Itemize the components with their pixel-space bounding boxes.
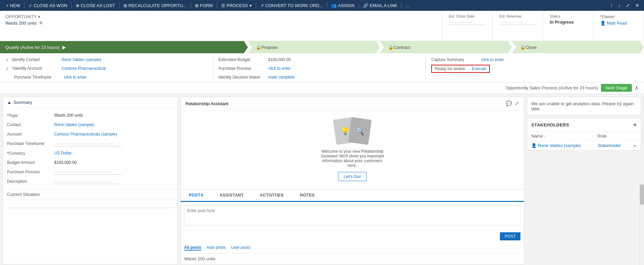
- summary-header: ▲ Summary: [3, 97, 177, 108]
- toolbar-separator-2: [71, 2, 72, 8]
- hamburger-icon[interactable]: ≡: [39, 20, 42, 26]
- topic-required: *: [7, 113, 9, 118]
- email-button[interactable]: 🔗 EMAIL A LINK: [360, 0, 401, 11]
- recalculate-button[interactable]: ⊞ RECALCULATE OPPORTU...: [120, 0, 190, 11]
- next-stage-button[interactable]: Next Stage: [601, 84, 632, 92]
- owner-value[interactable]: 👤 Matt Peart: [600, 21, 637, 26]
- toolbar-separator-9: [401, 2, 402, 8]
- header-meta: Est. Close Date ··················· Est.…: [442, 11, 644, 41]
- close-won-icon: ✓: [29, 3, 32, 8]
- purchase-process-link[interactable]: click to enter: [268, 66, 291, 71]
- stage-propose[interactable]: 🔒 Propose: [248, 41, 380, 53]
- stage-contract-label: Contract: [394, 45, 410, 50]
- process-button[interactable]: ☰ PROCESS ▾: [218, 0, 255, 11]
- analytics-panel: We are unable to get analytics data. Ple…: [527, 97, 641, 116]
- est-revenue-field: Est. Revenue ···················: [493, 11, 543, 41]
- up-button[interactable]: ↑: [608, 1, 615, 9]
- form-icon: ⊞: [195, 3, 199, 8]
- summary-title: Summary: [13, 100, 32, 105]
- name-sort-icon: ↑: [544, 135, 546, 138]
- capture-summary-link[interactable]: click to enter: [481, 57, 504, 62]
- stakeholder-name-link[interactable]: 👤 Rene Valdes (sample): [531, 143, 589, 148]
- tab-notes[interactable]: NOTES: [292, 189, 323, 201]
- account-link[interactable]: Contoso Pharmaceuticals (sample): [54, 132, 117, 137]
- lets-go-button[interactable]: Let's Go!: [338, 172, 367, 181]
- scroll-thumb[interactable]: [640, 184, 644, 205]
- post-input[interactable]: [184, 205, 520, 226]
- close-lost-button[interactable]: ⊗ CLOSE AS LOST: [72, 0, 118, 11]
- stakeholders-col-name[interactable]: Name ↑: [527, 131, 594, 141]
- pipeline-stages: Qualify (Active for 23 hours) ▶ 🔒 Propos…: [0, 41, 644, 53]
- filter-auto-posts[interactable]: Auto posts: [207, 245, 226, 251]
- stage-close-lock-icon: 🔒: [520, 45, 526, 50]
- contact-link[interactable]: Rene Valdes (sample): [54, 122, 94, 127]
- toolbar-separator-5: [217, 2, 217, 8]
- tab-assistant[interactable]: ASSISTANT: [211, 189, 252, 201]
- stakeholders-header: STAKEHOLDERS +: [527, 119, 641, 131]
- tab-activities[interactable]: ACTIVITIES: [252, 189, 292, 201]
- comment-icon[interactable]: 💬: [506, 100, 512, 107]
- stage-close[interactable]: 🔒 Close: [512, 41, 644, 53]
- close-won-button[interactable]: ✓ CLOSE AS WON: [25, 0, 71, 11]
- stakeholder-dropdown-cell: ▾: [630, 141, 641, 150]
- stakeholders-add-button[interactable]: +: [633, 121, 637, 128]
- process-row-identify-contact: ✓ Identify Contact Rene Valdes (sample): [5, 56, 207, 63]
- description-value[interactable]: ········································…: [54, 179, 122, 184]
- expand-icon[interactable]: ⤢: [515, 100, 519, 107]
- stage-contract-lock-icon: 🔒: [388, 45, 394, 50]
- assign-button[interactable]: 👥 ASSIGN: [328, 0, 358, 11]
- currency-link[interactable]: US Dollar: [54, 151, 71, 155]
- identify-contact-link[interactable]: Rene Valdes (sample): [62, 57, 101, 62]
- toolbar-separator-7: [327, 2, 327, 8]
- filter-user-posts[interactable]: User posts: [231, 245, 250, 251]
- summary-panel: ▲ Summary *Topic Wants 200 units Contact…: [3, 97, 178, 264]
- expand-button[interactable]: ⤢: [624, 1, 632, 9]
- stage-propose-label: Propose: [261, 45, 277, 50]
- close-lost-icon: ⊗: [76, 3, 79, 8]
- toolbar-separator-8: [359, 2, 359, 8]
- convert-button[interactable]: ↗ CONVERT TO WORK ORD...: [257, 0, 327, 11]
- scroll-track[interactable]: [639, 182, 644, 265]
- down-button[interactable]: ↓: [616, 1, 622, 9]
- stakeholders-title: STAKEHOLDERS: [531, 122, 569, 127]
- new-button[interactable]: + NEW: [3, 0, 24, 11]
- process-row-identify-account: ✓ *Identify Account Contoso Pharmaceutic…: [5, 65, 207, 72]
- page-title: Wants 200 units ≡: [5, 20, 436, 26]
- topic-value: Wants 200 units: [54, 113, 83, 118]
- est-close-date-value[interactable]: ···················: [449, 20, 485, 25]
- estimated-budget-value: $100,000.00: [268, 57, 291, 62]
- stage-contract[interactable]: 🔒 Contract: [380, 41, 512, 53]
- close-button[interactable]: ✕: [633, 1, 641, 9]
- process-row-ready-for-review: Ready for review Execute: [431, 65, 633, 73]
- identify-account-link[interactable]: Contoso Pharmaceutical: [62, 66, 106, 71]
- stakeholder-role-cell: Stakeholder: [594, 141, 630, 150]
- stakeholder-name-cell: 👤 Rene Valdes (sample): [527, 141, 594, 150]
- est-revenue-value[interactable]: ···················: [499, 20, 536, 25]
- stage-qualify[interactable]: Qualify (Active for 23 hours) ▶: [0, 41, 248, 53]
- relationship-card-2: 🔍: [348, 117, 372, 145]
- tab-posts[interactable]: POSTS: [181, 189, 211, 202]
- stakeholder-person-icon: 👤: [531, 143, 537, 148]
- field-row-purchase-process: Purchase Process ·······················…: [3, 167, 177, 177]
- current-situation-value[interactable]: [7, 201, 173, 208]
- filter-all-posts[interactable]: All posts: [184, 245, 201, 251]
- purchase-timeframe-value[interactable]: ········································…: [54, 141, 122, 146]
- post-button[interactable]: POST: [500, 232, 520, 240]
- relationship-title: Relationship Assistant: [185, 101, 228, 106]
- stakeholder-dropdown-icon[interactable]: ▾: [634, 144, 636, 148]
- pipeline-area: Qualify (Active for 23 hours) ▶ 🔒 Propos…: [0, 41, 644, 94]
- process-icon: ☰: [221, 3, 225, 8]
- purchase-process-value[interactable]: ········································…: [54, 170, 122, 175]
- mark-complete-link[interactable]: mark complete: [268, 75, 295, 80]
- form-button[interactable]: ⊞ FORM: [192, 0, 216, 11]
- purchase-timeframe-link[interactable]: click to enter: [64, 75, 87, 80]
- tabs-area: POSTS ASSISTANT ACTIVITIES NOTES: [181, 189, 524, 202]
- execute-link[interactable]: Execute: [472, 66, 486, 71]
- breadcrumb[interactable]: OPPORTUNITY ▾: [5, 14, 436, 19]
- relationship-icon-area: 💡 🔍: [335, 118, 370, 144]
- chevron-up-icon[interactable]: ∧: [635, 85, 639, 91]
- process-row-capture-summary: Capture Summary click to enter: [431, 56, 633, 63]
- field-row-account: Account Contoso Pharmaceuticals (sample): [3, 129, 177, 139]
- stakeholder-role-link[interactable]: Stakeholder: [598, 143, 621, 148]
- more-button[interactable]: ...: [402, 0, 413, 11]
